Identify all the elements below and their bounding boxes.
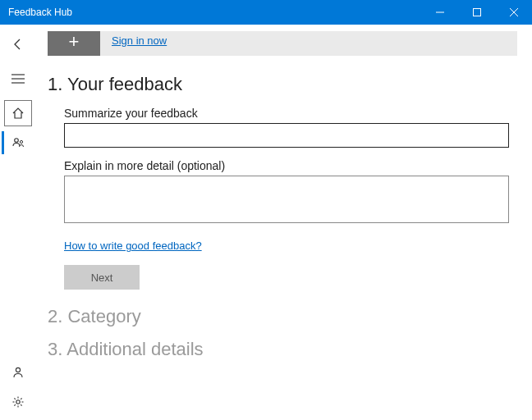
summary-label: Summarize your feedback <box>64 107 517 120</box>
svg-rect-1 <box>473 9 480 16</box>
feedback-icon <box>11 136 25 149</box>
plus-icon: + <box>69 31 80 52</box>
nav-profile[interactable] <box>2 358 34 387</box>
maximize-button[interactable] <box>458 0 495 25</box>
hamburger-button[interactable] <box>2 64 34 94</box>
help-link[interactable]: How to write good feedback? <box>64 240 202 252</box>
svg-line-16 <box>21 404 21 405</box>
home-icon <box>11 107 25 120</box>
detail-label: Explain in more detail (optional) <box>64 159 517 172</box>
step-1-heading: 1. Your feedback <box>48 74 517 95</box>
step-2-heading: 2. Category <box>48 306 517 327</box>
nav-settings[interactable] <box>2 387 34 417</box>
svg-line-17 <box>21 398 21 399</box>
nav-home[interactable] <box>4 100 32 126</box>
signin-avatar-placeholder: + <box>48 31 100 56</box>
svg-line-15 <box>14 398 15 399</box>
minimize-button[interactable] <box>421 0 458 25</box>
person-icon <box>11 366 25 379</box>
signin-link[interactable]: Sign in now <box>112 34 167 47</box>
nav-rail <box>0 25 36 420</box>
svg-point-10 <box>16 400 20 404</box>
next-button[interactable]: Next <box>64 265 140 290</box>
step-1-section: 1. Your feedback Summarize your feedback… <box>48 74 517 290</box>
svg-point-9 <box>16 368 20 372</box>
gear-icon <box>11 395 25 409</box>
nav-feedback[interactable] <box>2 128 34 158</box>
signin-banner: + Sign in now <box>48 31 517 56</box>
next-button-label: Next <box>91 272 113 284</box>
step-3-heading: 3. Additional details <box>48 339 517 360</box>
svg-line-18 <box>14 404 15 405</box>
window-title: Feedback Hub <box>8 7 421 18</box>
main-content: + Sign in now 1. Your feedback Summarize… <box>36 25 532 420</box>
svg-point-8 <box>20 140 22 143</box>
window-controls <box>421 0 532 25</box>
svg-point-7 <box>15 139 19 143</box>
back-button[interactable] <box>2 30 34 59</box>
close-button[interactable] <box>495 0 532 25</box>
title-bar: Feedback Hub <box>0 0 532 25</box>
detail-input[interactable] <box>64 176 509 223</box>
summary-input[interactable] <box>64 123 509 148</box>
